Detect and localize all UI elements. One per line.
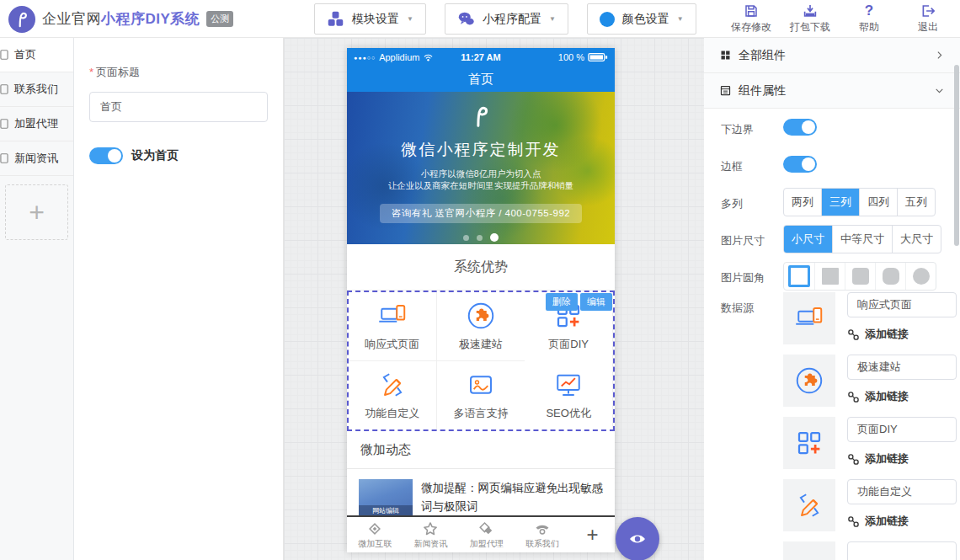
pencil-icon — [377, 370, 408, 400]
seo-chart-icon — [553, 370, 584, 400]
app-logo-icon — [8, 6, 35, 33]
selected-feature-grid-component[interactable]: 删除 编辑 响应式页面 极速建站 页面DIY 功能自定义 — [347, 291, 615, 431]
phone-nav-bar: 首页 — [347, 67, 615, 92]
add-link-button[interactable]: 添加链接 — [847, 389, 909, 404]
datasource-title-input[interactable] — [847, 292, 957, 317]
main-area: 首页 联系我们 加盟代理 新闻资讯 + *页面标题 设为首页 ●●●○○ App… — [0, 38, 960, 560]
component-props-header[interactable]: 组件属性 — [704, 73, 960, 109]
columns-option-three-selected[interactable]: 三列 — [821, 189, 859, 216]
datasource-item: 添加链接 — [783, 479, 948, 531]
add-link-button[interactable]: 添加链接 — [847, 327, 909, 342]
set-home-label: 设为首页 — [131, 148, 179, 163]
feature-cell-fast-build[interactable]: 极速建站 — [437, 292, 525, 361]
img-size-medium[interactable]: 中等尺寸 — [832, 226, 892, 253]
list-icon — [719, 84, 732, 97]
carousel-dot[interactable] — [477, 235, 483, 241]
banner-logo-icon — [347, 104, 615, 132]
sidebar-item-agent[interactable]: 加盟代理 — [0, 107, 73, 141]
phone-preview: ●●●○○ Applidium 11:27 AM 100 % 首页 微信小程序定… — [347, 48, 615, 552]
banner-carousel[interactable]: 微信小程序定制开发 小程序以微信8亿用户为切入点 让企业以及商家在短时间里实现提… — [347, 92, 615, 244]
color-settings-button[interactable]: 颜色设置 ▼ — [587, 3, 696, 35]
exit-button[interactable]: 退出 — [906, 3, 950, 35]
add-link-button[interactable]: 添加链接 — [847, 514, 909, 529]
radius-option-circle[interactable] — [905, 263, 936, 290]
help-icon: ? — [865, 3, 873, 19]
set-home-toggle[interactable] — [89, 147, 123, 164]
radius-option-medium[interactable] — [875, 263, 905, 290]
preview-button[interactable] — [616, 517, 659, 560]
puzzle-icon — [466, 301, 496, 331]
eye-icon — [627, 529, 648, 549]
radius-option-none-selected[interactable] — [784, 263, 814, 290]
radius-option-small[interactable] — [845, 263, 875, 290]
caret-down-icon: ▼ — [407, 15, 413, 23]
add-link-button[interactable]: 添加链接 — [847, 451, 909, 467]
image-icon — [466, 370, 496, 400]
img-radius-options — [783, 262, 936, 291]
banner-cta-button[interactable]: 咨询有礼 送官网小程序 / 400-0755-992 — [380, 204, 582, 223]
chevron-right-icon — [934, 50, 945, 61]
sidebar-item-news[interactable]: 新闻资讯 — [0, 141, 73, 176]
feature-cell-multilang[interactable]: 多语言支持 — [437, 361, 525, 430]
feature-cell-responsive[interactable]: 响应式页面 — [349, 292, 437, 361]
pencil-icon — [783, 479, 835, 531]
sidebar-item-contact[interactable]: 联系我们 — [0, 72, 73, 107]
save-label: 保存修改 — [731, 20, 771, 35]
feature-cell-custom[interactable]: 功能自定义 — [349, 361, 437, 430]
columns-segmented-control: 两列 三列 四列 五列 — [783, 188, 936, 216]
bottom-border-toggle[interactable] — [783, 119, 817, 136]
tab-contact[interactable]: 联系我们 — [515, 520, 570, 550]
edit-component-button[interactable]: 编辑 — [580, 293, 612, 311]
delete-component-button[interactable]: 删除 — [546, 293, 578, 311]
link-icon — [847, 453, 860, 466]
module-settings-button[interactable]: 模块设置 ▼ — [314, 3, 426, 35]
columns-option-four[interactable]: 四列 — [859, 189, 897, 216]
puzzle-icon — [783, 355, 835, 407]
save-button[interactable]: 保存修改 — [729, 3, 773, 35]
miniprogram-config-button[interactable]: 小程序配置 ▼ — [445, 3, 568, 35]
module-settings-label: 模块设置 — [352, 12, 399, 27]
feature-cell-seo[interactable]: SEO优化 — [525, 361, 613, 430]
page-title-input[interactable] — [89, 92, 268, 122]
datasource-title-input[interactable] — [847, 541, 957, 560]
download-button[interactable]: 打包下载 — [788, 3, 832, 35]
img-size-small-selected[interactable]: 小尺寸 — [784, 226, 832, 253]
img-size-segmented-control: 小尺寸 中等尺寸 大尺寸 — [783, 225, 941, 253]
tab-agent[interactable]: 加盟代理 — [459, 520, 515, 550]
all-components-header[interactable]: 全部组件 — [704, 38, 960, 73]
datasource-title-input[interactable] — [847, 479, 957, 504]
star-icon — [422, 520, 439, 537]
exit-label: 退出 — [918, 20, 938, 35]
carousel-dot-active[interactable] — [490, 233, 499, 242]
advantages-section-title: 系统优势 — [347, 244, 615, 291]
sidebar-item-home[interactable]: 首页 — [0, 38, 73, 72]
tab-weijia[interactable]: 微加互联 — [347, 520, 403, 550]
link-icon — [847, 328, 860, 341]
border-toggle[interactable] — [783, 156, 817, 173]
datasource-title-input[interactable] — [847, 417, 957, 442]
exit-icon — [920, 3, 936, 19]
grid-icon — [719, 49, 732, 61]
news-list-item[interactable]: 网站编辑 微加提醒：网页编辑应避免出现敏感词与极限词 — [347, 469, 615, 518]
tab-news[interactable]: 新闻资讯 — [403, 520, 458, 550]
save-icon — [744, 3, 759, 19]
datasource-label: 数据源 — [721, 301, 754, 316]
columns-option-two[interactable]: 两列 — [784, 189, 821, 216]
radius-option-square[interactable] — [814, 263, 845, 290]
carousel-dots — [347, 233, 615, 242]
sidebar-item-label: 新闻资讯 — [14, 151, 58, 166]
component-action-badges: 删除 编辑 — [546, 293, 612, 311]
news-section-title: 微加动态 — [347, 431, 615, 469]
inspector-scrollbar[interactable] — [954, 65, 959, 246]
columns-option-five[interactable]: 五列 — [897, 189, 935, 216]
phone-tab-bar: 微加互联 新闻资讯 加盟代理 联系我们 + — [347, 515, 615, 552]
help-button[interactable]: ? 帮助 — [847, 3, 891, 35]
add-page-button[interactable]: + — [5, 184, 68, 240]
carousel-dot[interactable] — [463, 235, 469, 241]
wechat-icon — [457, 10, 475, 28]
tab-add-button[interactable]: + — [570, 523, 615, 547]
img-size-large[interactable]: 大尺寸 — [892, 226, 941, 253]
page-icon — [0, 118, 10, 130]
tags-icon — [478, 520, 495, 537]
datasource-title-input[interactable] — [847, 355, 957, 380]
